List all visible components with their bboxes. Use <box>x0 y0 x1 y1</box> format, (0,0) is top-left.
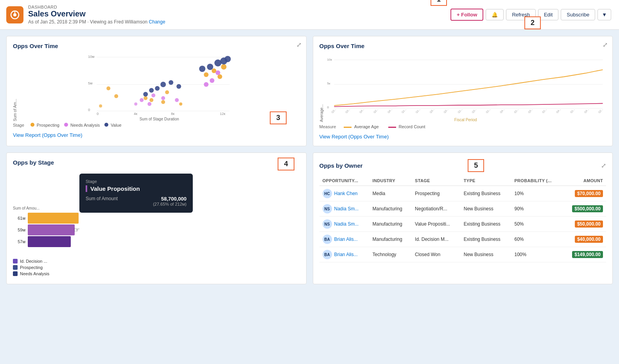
header-right: 1 2 + Follow 🔔 Refresh Edit Subscribe ▼ <box>450 9 611 21</box>
svg-point-18 <box>179 102 182 106</box>
line-x-axis-label: Fiscal Period <box>325 118 606 122</box>
cell-owner-3: BA Brian Alis... <box>319 232 370 247</box>
scatter-legend-item-prospecting: Prospecting <box>31 123 59 127</box>
cell-industry-4: Technology <box>370 247 412 262</box>
svg-text:Q3...: Q3... <box>471 108 477 114</box>
col-stage: STAGE <box>412 176 461 186</box>
owner-table-card: Opps by Owner 5 ⤢ OPPORTUNITY... INDUSTR… <box>313 152 613 284</box>
svg-text:5к: 5к <box>327 82 330 85</box>
header: DASHBOARD Sales Overview As of Jan 25, 2… <box>0 0 619 30</box>
owner-avatar-4: BA <box>323 250 332 259</box>
header-text: DASHBOARD Sales Overview As of Jan 25, 2… <box>28 5 165 25</box>
cell-stage-2: Value Propositi... <box>412 217 461 232</box>
stage-chart-body: Sum of Amou... 61м 59м 57м ☞ <box>13 170 300 256</box>
line-chart-area: 10к 5к 0 Q3... Q3... Q4... Q2... <box>325 53 606 122</box>
scatter-chart-card: Opps Over Time ⤢ 3 Sum of Am... 10м 5м 0… <box>6 36 307 146</box>
stage-bar-label-1: 59м <box>13 228 25 232</box>
scatter-chart-body: Sum of Am... 10м 5м 0 0 4к 8к 12к <box>13 53 300 121</box>
svg-text:4к: 4к <box>134 112 137 116</box>
tooltip-amount-val: 58,700,000 <box>153 196 187 202</box>
amount-badge-3: $40,000.00 <box>575 236 603 243</box>
avg-age-line <box>344 127 352 128</box>
cell-type-3: Existing Business <box>461 232 511 247</box>
svg-point-24 <box>99 104 102 108</box>
owner-cell-0: HC Hank Chen <box>323 189 366 198</box>
scatter-legend-item-value: Value <box>104 123 121 127</box>
line-expand-icon[interactable]: ⤢ <box>603 41 608 48</box>
cell-probability-0: 10% <box>511 186 562 201</box>
owner-link-3[interactable]: Brian Alis... <box>334 237 358 242</box>
svg-text:0: 0 <box>88 108 90 112</box>
table-row: BA Brian Alis... Manufacturing Id. Decis… <box>319 232 606 247</box>
owner-cell-2: NS Nadia Sm... <box>323 219 366 229</box>
col-amount: AMOUNT <box>562 176 606 186</box>
amount-badge-2: $50,000.00 <box>575 221 603 228</box>
svg-point-27 <box>161 96 165 100</box>
col-probability: PROBABILITY (... <box>511 176 562 186</box>
owner-expand-icon[interactable]: ⤢ <box>601 162 606 169</box>
table-row: NS Nadia Sm... Manufacturing Negotiation… <box>319 201 606 217</box>
stage-legend-item-2: Needs Analysis <box>13 271 300 276</box>
svg-text:10м: 10м <box>88 55 94 59</box>
scatter-svg: 10м 5м 0 0 4к 8к 12к <box>19 53 300 116</box>
svg-point-39 <box>176 84 181 89</box>
header-left: DASHBOARD Sales Overview As of Jan 25, 2… <box>6 5 165 25</box>
cell-probability-1: 90% <box>511 201 562 217</box>
stage-chart-title: Opps by Stage <box>13 159 300 166</box>
table-row: NS Nadia Sm... Manufacturing Value Propo… <box>319 217 606 232</box>
scatter-expand-icon[interactable]: ⤢ <box>296 41 301 48</box>
svg-text:Q3...: Q3... <box>344 108 350 114</box>
svg-text:Q1...: Q1... <box>541 108 547 114</box>
cell-type-2: Existing Business <box>461 217 511 232</box>
line-view-report-link[interactable]: View Report (Opps Over Time) <box>319 134 389 140</box>
annotation-1: 1 <box>431 0 447 6</box>
cursor-indicator: ☞ <box>74 226 80 234</box>
tooltip-stage-label: Stage <box>86 179 187 184</box>
stage-tooltip: Stage Value Proposition Sum of Amount 58… <box>79 174 193 213</box>
bell-icon: 🔔 <box>492 12 498 18</box>
svg-point-29 <box>175 98 179 102</box>
svg-text:Q1...: Q1... <box>415 108 421 114</box>
svg-point-13 <box>106 86 110 90</box>
owner-link-1[interactable]: Nadia Sm... <box>334 206 359 212</box>
svg-text:8к: 8к <box>171 112 174 116</box>
svg-text:Q4...: Q4... <box>387 108 393 114</box>
svg-text:Q2...: Q2... <box>373 108 379 114</box>
owner-table-header: Opps by Owner 5 ⤢ <box>319 159 606 172</box>
edit-button[interactable]: Edit <box>538 9 558 20</box>
stage-bar-row-2: 57м <box>13 236 81 247</box>
follow-button[interactable]: + Follow <box>450 9 483 21</box>
col-opportunity: OPPORTUNITY... <box>319 176 370 186</box>
stage-legend-item-0: Id. Decision ... <box>13 259 300 264</box>
col-type: TYPE <box>461 176 511 186</box>
svg-point-19 <box>165 90 169 94</box>
owner-link-2[interactable]: Nadia Sm... <box>334 221 359 227</box>
scatter-y-axis-label: Sum of Am... <box>13 53 17 121</box>
cell-owner-0: HC Hank Chen <box>319 186 370 201</box>
page-title: Sales Overview <box>28 9 165 18</box>
stage-legend-label-0: Id. Decision ... <box>20 259 47 264</box>
svg-point-20 <box>204 72 208 77</box>
line-legend-count: Record Count <box>388 124 425 129</box>
owner-link-0[interactable]: Hank Chen <box>334 191 358 196</box>
line-legend: Measure Average Age Record Count <box>319 124 606 129</box>
cell-type-0: Existing Business <box>461 186 511 201</box>
svg-point-25 <box>140 98 144 102</box>
cell-stage-4: Closed Won <box>412 247 461 262</box>
svg-text:Q3...: Q3... <box>443 108 449 114</box>
more-dropdown-button[interactable]: ▼ <box>597 9 611 20</box>
svg-point-30 <box>204 82 208 87</box>
amount-badge-0: $70,000.00 <box>575 190 603 197</box>
tooltip-amount-pct: (27.65% of 212м) <box>153 202 187 206</box>
owner-link-4[interactable]: Brian Alis... <box>334 252 358 257</box>
owner-table-title: Opps by Owner <box>319 162 363 169</box>
scatter-legend-label: Stage <box>13 123 24 127</box>
scatter-view-report-link[interactable]: View Report (Opps Over Time) <box>13 132 82 138</box>
subscribe-button[interactable]: Subscribe <box>561 9 595 20</box>
svg-point-41 <box>207 64 213 70</box>
bell-button[interactable]: 🔔 <box>486 9 504 20</box>
stage-legend-sq-1 <box>13 265 18 270</box>
change-link[interactable]: Change <box>149 19 165 25</box>
svg-text:Q4...: Q4... <box>499 108 505 114</box>
svg-point-14 <box>114 94 118 98</box>
